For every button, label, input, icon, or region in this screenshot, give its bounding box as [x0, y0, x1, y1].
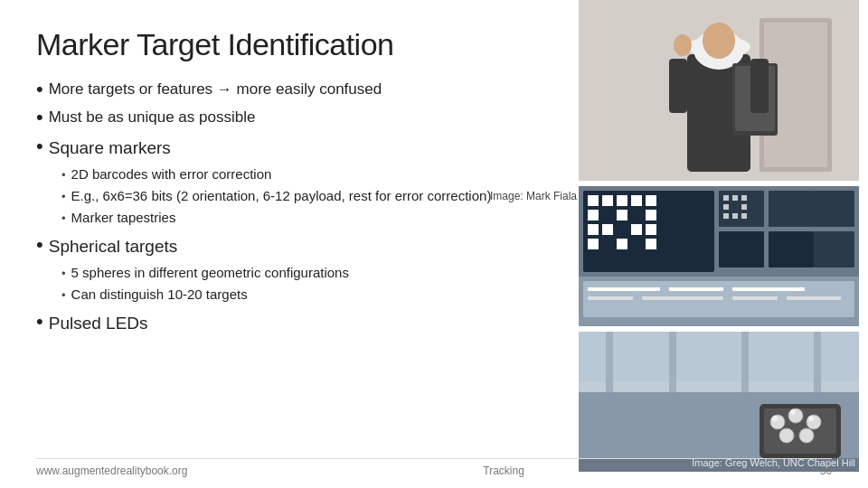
sub-dot-3-3: • — [61, 211, 66, 227]
bullet-text-1: More targets or features → more easily c… — [49, 79, 382, 101]
image-bottom: Image: Greg Welch, UNC Chapel Hill — [579, 332, 859, 472]
image-top — [579, 0, 859, 181]
svg-rect-59 — [741, 332, 749, 392]
svg-rect-29 — [646, 239, 656, 249]
sub-text-3-2: E.g., 6x6=36 bits (2 orientation, 6-12 p… — [71, 186, 492, 205]
footer-page: 36 — [820, 465, 832, 477]
svg-rect-49 — [588, 296, 633, 300]
svg-rect-15 — [588, 195, 599, 206]
footer-url: www.augmentedrealitybook.org — [36, 465, 187, 477]
svg-rect-28 — [617, 239, 627, 249]
svg-rect-26 — [646, 224, 656, 235]
svg-rect-41 — [723, 213, 729, 219]
bullet-dot-2: • — [36, 107, 43, 128]
svg-rect-57 — [606, 332, 613, 392]
svg-rect-34 — [769, 231, 814, 267]
bullet-dot-4: • — [36, 234, 43, 256]
svg-rect-43 — [741, 213, 747, 219]
svg-rect-11 — [750, 59, 769, 113]
svg-rect-52 — [787, 296, 841, 300]
svg-point-64 — [788, 408, 803, 423]
bullet-text-4: Spherical targets — [49, 234, 178, 259]
svg-rect-48 — [732, 287, 805, 291]
sub-text-3-3: Marker tapestries — [71, 208, 176, 227]
slide: Marker Target Identification • More targ… — [0, 0, 868, 488]
svg-rect-20 — [588, 210, 599, 221]
bullet-dot-3: • — [36, 136, 43, 157]
svg-rect-47 — [669, 287, 723, 291]
svg-point-7 — [703, 23, 735, 59]
svg-rect-27 — [588, 239, 599, 249]
spherical-illustration — [579, 332, 859, 472]
bullet-dot-1: • — [36, 79, 43, 100]
sub-text-4-1: 5 spheres in different geometric configu… — [71, 263, 349, 282]
bullet-text-5: Pulsed LEDs — [49, 311, 148, 336]
svg-rect-35 — [814, 231, 854, 267]
bullet-text-3: Square markers — [49, 136, 171, 161]
svg-rect-21 — [617, 210, 627, 221]
sub-text-4-2: Can distinguish 10-20 targets — [71, 285, 248, 304]
svg-rect-39 — [723, 204, 729, 210]
svg-rect-33 — [719, 231, 764, 267]
svg-rect-36 — [723, 195, 729, 201]
svg-rect-18 — [631, 195, 642, 206]
svg-rect-51 — [732, 296, 778, 300]
sub-dot-4-1: • — [61, 266, 66, 282]
svg-point-67 — [799, 428, 814, 443]
markers-illustration — [579, 186, 859, 326]
svg-point-70 — [808, 416, 814, 421]
svg-point-63 — [770, 415, 785, 429]
svg-rect-50 — [642, 296, 723, 300]
bullet-dot-5: • — [36, 311, 43, 333]
svg-point-66 — [779, 428, 794, 443]
svg-rect-25 — [631, 224, 642, 235]
svg-rect-40 — [741, 204, 747, 210]
sub-dot-3-2: • — [61, 189, 66, 205]
svg-point-12 — [674, 34, 692, 56]
svg-rect-32 — [814, 191, 854, 227]
svg-point-69 — [790, 409, 796, 415]
sub-dot-4-2: • — [61, 287, 66, 304]
svg-rect-46 — [588, 287, 660, 291]
svg-rect-24 — [602, 224, 613, 235]
svg-rect-17 — [617, 195, 627, 206]
footer-center: Tracking — [483, 465, 524, 477]
svg-point-68 — [772, 416, 778, 421]
image-mid — [579, 186, 859, 326]
svg-rect-23 — [588, 224, 599, 235]
content-area: • More targets or features → more easily… — [36, 79, 832, 340]
bullet-text-2: Must be as unique as possible — [49, 107, 256, 129]
svg-rect-42 — [732, 213, 738, 219]
svg-rect-31 — [769, 191, 814, 227]
mark-fiala-caption: Image: Mark Fiala — [490, 190, 577, 202]
svg-rect-58 — [669, 332, 676, 392]
svg-rect-22 — [646, 210, 656, 221]
sub-dot-3-1: • — [61, 167, 66, 183]
svg-rect-60 — [814, 332, 821, 392]
right-column: Image: Greg Welch, UNC Chapel Hill — [579, 0, 868, 488]
svg-rect-10 — [669, 59, 687, 113]
svg-rect-16 — [602, 195, 613, 206]
svg-rect-37 — [732, 195, 738, 201]
svg-rect-19 — [646, 195, 656, 206]
person-illustration — [579, 0, 859, 181]
svg-point-65 — [807, 415, 821, 429]
sub-text-3-1: 2D barcodes with error correction — [71, 164, 272, 183]
footer: www.augmentedrealitybook.org Tracking 36 — [36, 458, 832, 477]
svg-rect-38 — [741, 195, 747, 201]
